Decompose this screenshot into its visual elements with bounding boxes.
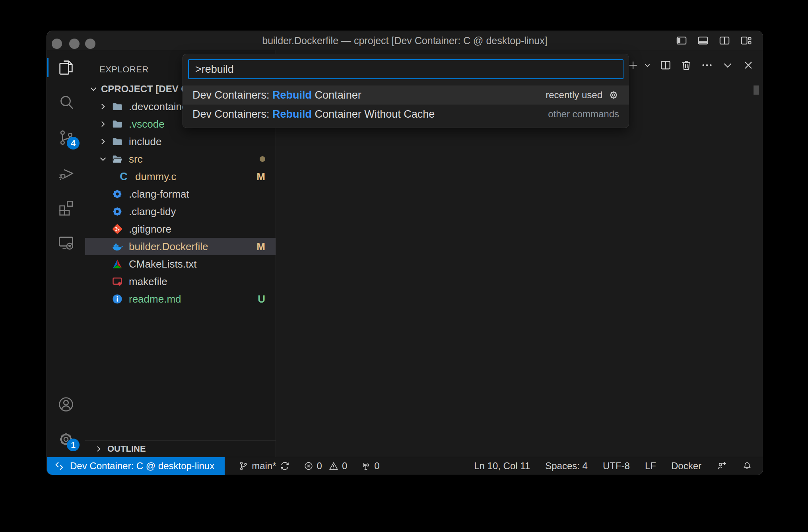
panel-actions (626, 58, 756, 72)
radio-tower-icon (361, 461, 371, 471)
eol-setting[interactable]: LF (645, 460, 656, 472)
source-control-badge: 4 (67, 137, 80, 150)
close-panel-icon[interactable] (741, 58, 756, 72)
other-commands-label: other commands (548, 109, 619, 120)
problems-status[interactable]: 0 0 (303, 460, 348, 472)
more-actions-icon[interactable] (700, 58, 714, 72)
tree-item-gitignore[interactable]: .gitignore (85, 220, 276, 238)
chevron-right-icon (94, 444, 103, 454)
warning-count: 0 (342, 460, 347, 472)
tree-item-makefile[interactable]: makefile (85, 273, 276, 290)
terminal-dropdown-chevron-icon[interactable] (643, 58, 652, 72)
split-editor-icon[interactable] (718, 34, 731, 47)
file-label: dummy.c (135, 171, 177, 183)
command-match-text: Rebuild (272, 108, 312, 120)
tree-item-cmakelists[interactable]: CMakeLists.txt (85, 255, 276, 273)
activity-bar: 4 (47, 50, 85, 457)
tree-item-builder-dockerfile[interactable]: builder.Dockerfile M (85, 238, 276, 255)
folder-icon (111, 117, 124, 131)
git-branch-icon (238, 461, 249, 471)
desktop-background: builder.Dockerfile — cproject [Dev Conta… (0, 0, 808, 532)
tree-item-clang-tidy[interactable]: .clang-tidy (85, 203, 276, 220)
source-control-icon[interactable]: 4 (47, 120, 85, 155)
settings-file-icon (111, 187, 124, 201)
command-input[interactable]: >rebuild (188, 59, 623, 79)
command-text: Dev Containers: (192, 108, 272, 120)
vscode-window: builder.Dockerfile — cproject [Dev Conta… (47, 31, 763, 475)
outline-section[interactable]: OUTLINE (85, 440, 276, 457)
settings-gear-icon[interactable]: 1 (47, 422, 85, 457)
titlebar-layout-actions (675, 34, 752, 47)
file-label: builder.Dockerfile (129, 241, 208, 253)
branch-name: main* (252, 460, 276, 472)
status-bar-right: Ln 10, Col 11 Spaces: 4 UTF-8 LF Docker (459, 460, 763, 472)
configure-keybinding-gear-icon[interactable] (608, 89, 619, 101)
chevron-right-icon (98, 101, 111, 112)
chevron-right-icon (98, 136, 111, 147)
warning-icon (328, 461, 339, 471)
toggle-sidebar-icon[interactable] (675, 34, 688, 47)
settings-badge: 1 (67, 439, 80, 451)
recently-used-label: recently used (546, 89, 602, 101)
run-debug-icon[interactable] (47, 155, 85, 190)
explorer-icon[interactable] (47, 50, 85, 85)
command-query: >rebuild (195, 63, 234, 76)
git-file-icon (111, 222, 124, 236)
file-label: .vscode (129, 118, 165, 130)
folder-open-icon (111, 152, 124, 166)
trash-icon[interactable] (679, 58, 693, 72)
command-text: Container (312, 89, 361, 101)
makefile-icon (111, 275, 124, 288)
status-bar: Dev Container: C @ desktop-linux main* 0… (47, 457, 763, 475)
bell-icon[interactable] (742, 461, 752, 471)
command-text: Container Without Cache (312, 108, 435, 120)
hide-panel-chevron-icon[interactable] (721, 58, 735, 72)
chevron-down-icon (98, 154, 111, 164)
indentation-setting[interactable]: Spaces: 4 (545, 460, 588, 472)
encoding-setting[interactable]: UTF-8 (603, 460, 630, 472)
cursor-position[interactable]: Ln 10, Col 11 (474, 460, 530, 472)
remote-indicator[interactable]: Dev Container: C @ desktop-linux (47, 457, 225, 475)
file-label: include (129, 136, 161, 148)
toggle-panel-icon[interactable] (697, 34, 709, 47)
settings-file-icon (111, 205, 124, 218)
tree-item-readme[interactable]: readme.md U (85, 290, 276, 308)
command-palette: >rebuild Dev Containers: Rebuild Contain… (183, 54, 629, 128)
tree-item-dummy-c[interactable]: C dummy.c M (85, 168, 276, 185)
split-panel-icon[interactable] (658, 58, 673, 72)
palette-item-rebuild-container[interactable]: Dev Containers: Rebuild Container recent… (183, 85, 629, 105)
tree-item-src[interactable]: src (85, 150, 276, 168)
sync-icon[interactable] (280, 461, 290, 471)
title-bar: builder.Dockerfile — cproject [Dev Conta… (47, 31, 763, 50)
file-label: readme.md (129, 293, 181, 305)
c-file-icon: C (117, 170, 130, 183)
error-icon (303, 461, 314, 471)
tree-item-include[interactable]: include (85, 133, 276, 150)
folder-icon (111, 135, 124, 148)
outline-label: OUTLINE (107, 444, 146, 454)
scrollbar-thumb[interactable] (754, 85, 759, 95)
info-file-icon (111, 292, 124, 306)
language-mode[interactable]: Docker (671, 460, 701, 472)
command-text: Dev Containers: (192, 89, 272, 101)
file-label: .devcontainer (129, 101, 191, 113)
tree-item-clang-format[interactable]: .clang-format (85, 185, 276, 203)
remote-name: Dev Container: C @ desktop-linux (70, 460, 214, 472)
error-count: 0 (317, 460, 322, 472)
window-title: builder.Dockerfile — cproject [Dev Conta… (47, 31, 763, 50)
account-icon[interactable] (47, 387, 85, 422)
feedback-icon[interactable] (717, 461, 727, 471)
customize-layout-icon[interactable] (740, 34, 752, 47)
palette-item-rebuild-without-cache[interactable]: Dev Containers: Rebuild Container Withou… (183, 105, 629, 124)
chevron-down-icon (88, 84, 101, 94)
search-icon[interactable] (47, 85, 85, 120)
docker-file-icon (111, 240, 124, 253)
git-badge: M (256, 241, 265, 253)
extensions-icon[interactable] (47, 190, 85, 225)
sidebar-title: EXPLORER (99, 64, 149, 75)
ports-status[interactable]: 0 (361, 460, 379, 472)
git-branch-status[interactable]: main* (238, 460, 289, 472)
git-badge: M (256, 171, 265, 183)
chevron-right-icon (98, 119, 111, 129)
remote-explorer-icon[interactable] (47, 225, 85, 260)
